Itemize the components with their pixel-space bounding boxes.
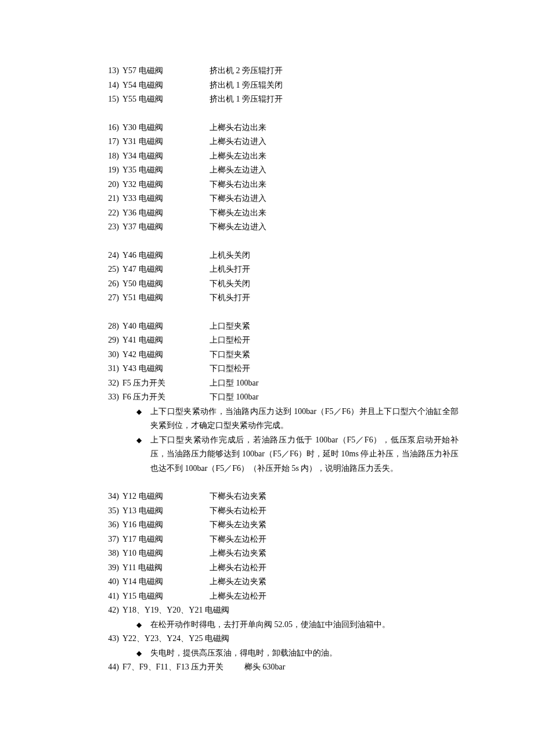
list-item: 41)Y15 电磁阀上榔头左边松开 bbox=[102, 589, 464, 604]
item-label: Y30 电磁阀 bbox=[119, 121, 210, 135]
bullet-item: ◆ 在松开动作时得电，去打开单向阀 52.05，使油缸中油回到油箱中。 bbox=[136, 618, 459, 632]
item-desc: 上榔头右边夹紧 bbox=[210, 546, 464, 561]
spacer bbox=[102, 107, 464, 121]
list-item: 38)Y10 电磁阀上榔头右边夹紧 bbox=[102, 546, 464, 561]
item-number: 43) bbox=[102, 632, 119, 646]
item-desc: 下机头关闭 bbox=[210, 277, 464, 291]
note-block-1: ◆ 上下口型夹紧动作，当油路内压力达到 100bar（F5／F6）并且上下口型六… bbox=[102, 405, 464, 476]
item-label: Y32 电磁阀 bbox=[119, 178, 210, 192]
bullet-text: 上下口型夹紧动作完成后，若油路压力低于 100bar（F5／F6），低压泵启动开… bbox=[150, 433, 459, 476]
item-number: 18) bbox=[102, 149, 119, 164]
diamond-icon: ◆ bbox=[136, 433, 150, 447]
item-number: 24) bbox=[102, 249, 119, 263]
item-number: 40) bbox=[102, 575, 119, 589]
item-desc: 下口型松开 bbox=[210, 362, 464, 376]
list-item: 25)Y47 电磁阀上机头打开 bbox=[102, 262, 464, 277]
list-item: 33)F6 压力开关下口型 100bar bbox=[102, 390, 464, 405]
bullet-text: 上下口型夹紧动作，当油路内压力达到 100bar（F5／F6）并且上下口型六个油… bbox=[150, 405, 459, 433]
item-desc: 上榔头右边出来 bbox=[210, 121, 464, 135]
list-item: 20)Y32 电磁阀下榔头右边出来 bbox=[102, 178, 464, 192]
item-desc: 上机头关闭 bbox=[210, 249, 464, 263]
item-number: 28) bbox=[102, 319, 119, 334]
item-number: 34) bbox=[102, 489, 119, 504]
list-item-44: 44) F7、F9、F11、F13 压力开关 榔头 630bar bbox=[102, 660, 464, 675]
item-label: F5 压力开关 bbox=[119, 376, 210, 391]
item-desc: 下机头打开 bbox=[210, 291, 464, 305]
item-label: Y31 电磁阀 bbox=[119, 135, 210, 149]
item-number: 21) bbox=[102, 192, 119, 206]
bullet-item: ◆ 失电时，提供高压泵油，得电时，卸载油缸中的油。 bbox=[136, 646, 459, 661]
item-desc: 下榔头左边夹紧 bbox=[210, 518, 464, 532]
item-number: 38) bbox=[102, 546, 119, 561]
item-desc: 上口型 100bar bbox=[210, 376, 464, 391]
item-desc: 下榔头左边进入 bbox=[210, 220, 464, 235]
item-number: 39) bbox=[102, 561, 119, 575]
item-number: 25) bbox=[102, 262, 119, 277]
list-item: 16)Y30 电磁阀上榔头右边出来 bbox=[102, 121, 464, 135]
item-label: Y42 电磁阀 bbox=[119, 348, 210, 362]
group-4: 28)Y40 电磁阀上口型夹紧 29)Y41 电磁阀上口型松开 30)Y42 电… bbox=[102, 319, 464, 405]
list-item: 32)F5 压力开关上口型 100bar bbox=[102, 376, 464, 391]
item-label: Y35 电磁阀 bbox=[119, 163, 210, 178]
list-item: 27)Y51 电磁阀下机头打开 bbox=[102, 291, 464, 305]
group-1: 13) Y57 电磁阀 挤出机 2 旁压辊打开 14) Y54 电磁阀 挤出机 … bbox=[102, 64, 464, 107]
list-item: 21)Y33 电磁阀下榔头右边进入 bbox=[102, 192, 464, 206]
item-number: 30) bbox=[102, 348, 119, 362]
item-label: F6 压力开关 bbox=[119, 390, 210, 405]
item-label: Y51 电磁阀 bbox=[119, 291, 210, 305]
item-number: 31) bbox=[102, 362, 119, 376]
item-number: 37) bbox=[102, 532, 119, 547]
item-label: Y14 电磁阀 bbox=[119, 575, 210, 589]
list-item: 15) Y55 电磁阀 挤出机 1 旁压辊打开 bbox=[102, 92, 464, 107]
item-label: Y40 电磁阀 bbox=[119, 319, 210, 334]
item-label: Y41 电磁阀 bbox=[119, 333, 210, 348]
list-item: 40)Y14 电磁阀上榔头左边夹紧 bbox=[102, 575, 464, 589]
list-item: 24)Y46 电磁阀上机头关闭 bbox=[102, 249, 464, 263]
item-label: Y36 电磁阀 bbox=[119, 206, 210, 221]
item-label: Y16 电磁阀 bbox=[119, 518, 210, 532]
list-item: 18)Y34 电磁阀上榔头左边出来 bbox=[102, 149, 464, 164]
list-item: 36)Y16 电磁阀下榔头左边夹紧 bbox=[102, 518, 464, 532]
item-label: Y55 电磁阀 bbox=[119, 92, 210, 107]
item-label: Y46 电磁阀 bbox=[119, 249, 210, 263]
note-block-42: ◆ 在松开动作时得电，去打开单向阀 52.05，使油缸中油回到油箱中。 bbox=[102, 618, 464, 632]
item-desc: 下榔头右边进入 bbox=[210, 192, 464, 206]
item-number: 42) bbox=[102, 603, 119, 618]
item-number: 13) bbox=[102, 64, 119, 78]
item-desc: 下榔头右边松开 bbox=[210, 504, 464, 519]
item-label: Y13 电磁阀 bbox=[119, 504, 210, 519]
item-desc: 下口型夹紧 bbox=[210, 348, 464, 362]
note-block-43: ◆ 失电时，提供高压泵油，得电时，卸载油缸中的油。 bbox=[102, 646, 464, 661]
list-item: 31)Y43 电磁阀下口型松开 bbox=[102, 362, 464, 376]
item-number: 29) bbox=[102, 333, 119, 348]
item-number: 16) bbox=[102, 121, 119, 135]
item-number: 15) bbox=[102, 92, 119, 107]
group-5: 34)Y12 电磁阀下榔头右边夹紧 35)Y13 电磁阀下榔头右边松开 36)Y… bbox=[102, 489, 464, 603]
item-label: Y22、Y23、Y24、Y25 电磁阀 bbox=[119, 632, 464, 646]
item-desc: 挤出机 2 旁压辊打开 bbox=[210, 64, 464, 78]
item-desc: 上榔头右边进入 bbox=[210, 135, 464, 149]
item-desc: 上榔头左边出来 bbox=[210, 149, 464, 164]
spacer bbox=[102, 305, 464, 319]
item-label: Y15 电磁阀 bbox=[119, 589, 210, 604]
list-item: 26)Y50 电磁阀下机头关闭 bbox=[102, 277, 464, 291]
item-number: 22) bbox=[102, 206, 119, 221]
list-item: 19)Y35 电磁阀上榔头左边进入 bbox=[102, 163, 464, 178]
item-number: 35) bbox=[102, 504, 119, 519]
item-number: 14) bbox=[102, 78, 119, 93]
bullet-item: ◆ 上下口型夹紧动作，当油路内压力达到 100bar（F5／F6）并且上下口型六… bbox=[136, 405, 459, 433]
item-desc: 下榔头右边夹紧 bbox=[210, 489, 464, 504]
item-number: 19) bbox=[102, 163, 119, 178]
item-desc: 榔头 630bar bbox=[244, 660, 464, 675]
list-item: 35)Y13 电磁阀下榔头右边松开 bbox=[102, 504, 464, 519]
item-desc: 上口型松开 bbox=[210, 333, 464, 348]
item-label: Y11 电磁阀 bbox=[119, 561, 210, 575]
item-desc: 上榔头右边松开 bbox=[210, 561, 464, 575]
list-item: 34)Y12 电磁阀下榔头右边夹紧 bbox=[102, 489, 464, 504]
item-desc: 上口型夹紧 bbox=[210, 319, 464, 334]
list-item: 30)Y42 电磁阀下口型夹紧 bbox=[102, 348, 464, 362]
item-desc: 上榔头左边夹紧 bbox=[210, 575, 464, 589]
item-desc: 下榔头右边出来 bbox=[210, 178, 464, 192]
item-label: Y54 电磁阀 bbox=[119, 78, 210, 93]
group-2: 16)Y30 电磁阀上榔头右边出来 17)Y31 电磁阀上榔头右边进入 18)Y… bbox=[102, 121, 464, 235]
